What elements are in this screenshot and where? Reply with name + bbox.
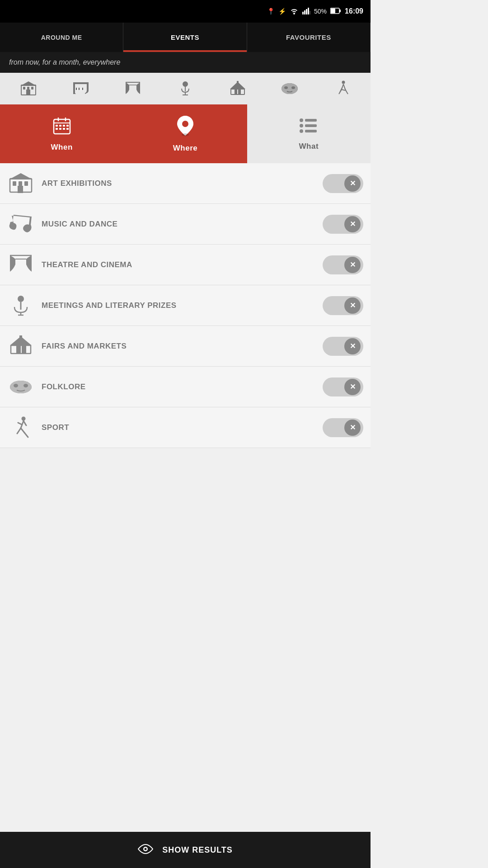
tab-around-me[interactable]: AROUND ME [0, 23, 123, 52]
music-dance-toggle[interactable]: ✕ [323, 215, 363, 234]
tab-favourites[interactable]: FAVOURITES [247, 23, 371, 52]
art-exhibitions-toggle[interactable]: ✕ [323, 174, 363, 193]
theatre-cinema-icon [7, 255, 34, 275]
svg-rect-6 [331, 9, 335, 13]
filter-where-label: Where [173, 144, 197, 153]
svg-line-42 [339, 90, 342, 94]
cat-icon-fairs[interactable] [214, 77, 262, 100]
cat-icon-music[interactable] [57, 77, 105, 100]
bluetooth-icon: ⚡ [278, 8, 286, 15]
list-item[interactable]: SPORT ✕ [0, 407, 371, 448]
meetings-icon [7, 295, 34, 316]
clock: 16:09 [345, 7, 363, 15]
svg-point-58 [182, 133, 189, 136]
svg-rect-82 [19, 335, 22, 338]
svg-point-87 [22, 416, 26, 420]
svg-rect-1 [304, 10, 305, 14]
svg-rect-50 [59, 125, 61, 127]
svg-line-92 [23, 421, 26, 425]
cat-icon-sport[interactable] [318, 77, 366, 100]
svg-rect-30 [231, 89, 244, 94]
wifi-icon [290, 7, 299, 16]
svg-rect-32 [237, 81, 239, 84]
tab-events[interactable]: EVENTS [123, 23, 247, 52]
svg-rect-12 [26, 90, 30, 95]
cat-icon-art[interactable] [5, 77, 52, 100]
sport-toggle[interactable]: ✕ [323, 418, 363, 437]
fairs-markets-toggle[interactable]: ✕ [323, 337, 363, 356]
svg-rect-79 [16, 345, 21, 354]
battery-text: 50% [314, 8, 327, 15]
folklore-toggle[interactable]: ✕ [323, 377, 363, 396]
music-dance-icon [7, 214, 34, 235]
list-item[interactable]: MUSIC AND DANCE ✕ [0, 204, 371, 245]
cat-icon-folklore[interactable] [266, 77, 314, 100]
toggle-meetings[interactable]: ✕ [323, 296, 363, 315]
filter-when-button[interactable]: When [0, 104, 123, 163]
svg-point-63 [300, 129, 303, 133]
svg-rect-53 [56, 128, 58, 130]
svg-rect-51 [63, 125, 65, 127]
folklore-icon [7, 379, 34, 395]
calendar-icon [52, 116, 72, 139]
toggle-x-music: ✕ [344, 216, 361, 232]
signal-icon [302, 7, 310, 16]
location-icon: 📍 [267, 8, 275, 15]
svg-point-95 [145, 848, 147, 850]
svg-line-90 [21, 428, 24, 433]
toggle-art[interactable]: ✕ [323, 174, 363, 193]
nav-tabs: AROUND ME EVENTS FAVOURITES [0, 23, 371, 52]
music-dance-label: MUSIC AND DANCE [42, 220, 315, 229]
svg-point-38 [291, 86, 295, 89]
svg-line-93 [18, 423, 22, 425]
svg-rect-54 [59, 128, 61, 130]
sport-icon [7, 416, 34, 439]
svg-rect-4 [310, 11, 310, 14]
list-item[interactable]: FAIRS AND MARKETS ✕ [0, 326, 371, 367]
cat-icon-meetings[interactable] [161, 77, 209, 100]
list-item[interactable]: THEATRE AND CINEMA ✕ [0, 245, 371, 285]
theatre-cinema-toggle[interactable]: ✕ [323, 255, 363, 274]
svg-rect-60 [305, 119, 317, 122]
svg-rect-19 [76, 88, 77, 90]
svg-rect-21 [82, 88, 83, 90]
toggle-theatre[interactable]: ✕ [323, 255, 363, 274]
toggle-folklore[interactable]: ✕ [323, 377, 363, 396]
svg-rect-68 [24, 181, 28, 186]
svg-point-73 [18, 296, 24, 302]
svg-rect-20 [79, 88, 80, 90]
svg-line-89 [17, 428, 21, 434]
svg-line-40 [342, 84, 343, 90]
list-item[interactable]: ART EXHIBITIONS ✕ [0, 163, 371, 204]
svg-rect-64 [305, 130, 317, 132]
folklore-label: FOLKLORE [42, 382, 315, 392]
art-exhibitions-icon [7, 173, 34, 194]
svg-rect-67 [19, 181, 22, 186]
art-exhibitions-label: ART EXHIBITIONS [42, 179, 315, 188]
cat-icon-theatre[interactable] [109, 77, 157, 100]
show-results-label: SHOW RESULTS [162, 845, 233, 855]
filter-where-button[interactable]: Where [123, 104, 247, 163]
svg-line-43 [345, 90, 348, 94]
svg-marker-13 [20, 81, 37, 86]
meetings-toggle[interactable]: ✕ [323, 296, 363, 315]
show-results-bar[interactable]: SHOW RESULTS [0, 832, 371, 868]
fairs-markets-label: FAIRS AND MARKETS [42, 342, 315, 351]
list-item[interactable]: FOLKLORE ✕ [0, 367, 371, 407]
filter-what-button[interactable]: What [247, 104, 371, 163]
toggle-x-sport: ✕ [344, 420, 361, 436]
svg-line-41 [343, 84, 345, 90]
toggle-music[interactable]: ✕ [323, 215, 363, 234]
svg-point-57 [182, 121, 188, 127]
svg-rect-55 [63, 128, 65, 130]
toggle-fairs[interactable]: ✕ [323, 337, 363, 356]
meetings-label: MEETINGS AND LITERARY PRIZES [42, 301, 315, 310]
list-item[interactable]: MEETINGS AND LITERARY PRIZES ✕ [0, 285, 371, 326]
toggle-sport[interactable]: ✕ [323, 418, 363, 437]
svg-rect-7 [339, 9, 341, 12]
svg-point-28 [183, 82, 188, 86]
fairs-markets-icon [7, 335, 34, 357]
svg-rect-62 [305, 124, 317, 127]
svg-rect-49 [56, 125, 58, 127]
subtitle-bar: from now, for a month, everywhere [0, 52, 371, 73]
